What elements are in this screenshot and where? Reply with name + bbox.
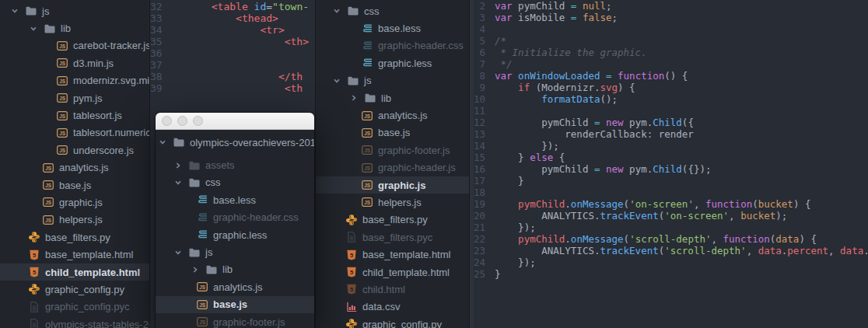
code-text[interactable]: ANALYTICS.trackEvent('scroll-depth', dat… bbox=[495, 245, 868, 256]
chevron-down-icon[interactable] bbox=[9, 5, 20, 16]
tree-file-base.js[interactable]: JSbase.js bbox=[0, 176, 149, 194]
code-line-11[interactable]: 11 bbox=[470, 105, 868, 117]
code-text[interactable]: var onWindowLoaded = function() { bbox=[495, 70, 868, 82]
tree-file-data.csv[interactable]: data.csv bbox=[316, 298, 469, 316]
tree-file-graphic.js[interactable]: JSgraphic.js bbox=[0, 194, 149, 211]
code-line-3[interactable]: 3var isMobile = false; bbox=[470, 12, 868, 23]
code-line-17[interactable]: 17 } bbox=[470, 175, 868, 187]
tree-folder-js[interactable]: js bbox=[0, 2, 149, 19]
code-line-19[interactable]: 19 pymChild.onMessage('on-screen', funct… bbox=[470, 198, 868, 210]
tree-file-analytics.js[interactable]: JSanalytics.js bbox=[156, 278, 314, 295]
tree-folder-lib[interactable]: lib bbox=[316, 89, 469, 106]
code-line-18[interactable]: 18 bbox=[470, 187, 868, 198]
code-text[interactable]: }); bbox=[495, 256, 868, 268]
tree-file-graphic-header.js[interactable]: JSgraphic-header.js bbox=[316, 159, 469, 176]
tree-file-graphic_config.py[interactable]: graphic_config.py bbox=[0, 281, 149, 298]
tree-file-child_template.html[interactable]: 5child_template.html bbox=[316, 263, 469, 281]
code-text[interactable] bbox=[495, 105, 868, 117]
code-text[interactable]: </th bbox=[169, 71, 315, 82]
code-line-37[interactable]: 37 bbox=[150, 59, 315, 71]
code-text[interactable]: * Initialize the graphic. bbox=[495, 47, 868, 58]
code-text[interactable]: <th> bbox=[169, 36, 315, 47]
code-line-16[interactable]: 16 pymChild = new pym.Child({}); bbox=[470, 163, 868, 175]
tree-file-helpers.js[interactable]: JShelpers.js bbox=[0, 211, 149, 229]
code-text[interactable]: if (Modernizr.svg) { bbox=[495, 82, 868, 93]
tree-file-graphic.less[interactable]: graphic.less bbox=[316, 54, 469, 72]
code-line-32[interactable]: 32 <table id="town- bbox=[150, 1, 315, 12]
code-line-9[interactable]: 9 if (Modernizr.svg) { bbox=[470, 82, 868, 93]
chevron-down-icon[interactable] bbox=[157, 137, 168, 148]
tree-folder-assets[interactable]: assets bbox=[156, 156, 314, 173]
tree-file-base_template.html[interactable]: 5base_template.html bbox=[316, 246, 469, 263]
chevron-down-icon[interactable] bbox=[173, 177, 184, 188]
code-text[interactable]: <table id="town- bbox=[169, 1, 315, 12]
tree-file-base_template.html[interactable]: 5base_template.html bbox=[0, 246, 149, 263]
code-line-22[interactable]: 22 pymChild.onMessage('scroll-depth', fu… bbox=[470, 233, 868, 245]
tree-folder-css[interactable]: css bbox=[156, 174, 314, 191]
code-text[interactable] bbox=[169, 47, 315, 59]
code-line-8[interactable]: 8var onWindowLoaded = function() { bbox=[470, 70, 868, 82]
code-text[interactable]: } bbox=[495, 175, 868, 187]
floating-window-file-tree[interactable]: olympics-overachievers-201608assetscssba… bbox=[156, 130, 314, 328]
code-line-36[interactable]: 36 bbox=[150, 47, 315, 59]
code-text[interactable]: <th bbox=[169, 82, 315, 94]
tree-file-pym.js[interactable]: JSpym.js bbox=[0, 89, 149, 106]
tree-file-graphic.js[interactable]: JSgraphic.js bbox=[316, 176, 469, 194]
code-text[interactable] bbox=[169, 59, 315, 71]
tree-file-base_filters.py[interactable]: base_filters.py bbox=[0, 229, 149, 246]
code-text[interactable]: formatData(); bbox=[495, 93, 868, 105]
tree-folder-lib[interactable]: lib bbox=[0, 19, 149, 37]
code-text[interactable]: <thead> bbox=[169, 12, 315, 24]
tree-file-graphic-footer.js[interactable]: JSgraphic-footer.js bbox=[156, 313, 314, 328]
code-line-15[interactable]: 15 } else { bbox=[470, 152, 868, 163]
code-text[interactable]: }); bbox=[495, 222, 868, 233]
tree-file-d3.min.js[interactable]: JSd3.min.js bbox=[0, 54, 149, 72]
code-line-25[interactable]: 25} bbox=[470, 268, 868, 280]
code-line-10[interactable]: 10 formatData(); bbox=[470, 93, 868, 105]
code-line-20[interactable]: 20 ANALYTICS.trackEvent('on-screen', buc… bbox=[470, 210, 868, 222]
code-text[interactable]: var isMobile = false; bbox=[495, 12, 868, 23]
chevron-right-icon[interactable] bbox=[190, 264, 201, 275]
tree-file-helpers.js[interactable]: JShelpers.js bbox=[316, 194, 469, 211]
code-line-24[interactable]: 24 }); bbox=[470, 256, 868, 268]
chevron-down-icon[interactable] bbox=[331, 75, 342, 86]
project-tree-pane[interactable]: cssbase.lessgraphic-header.cssgraphic.le… bbox=[315, 0, 469, 328]
code-text[interactable]: ANALYTICS.trackEvent('on-screen', bucket… bbox=[495, 210, 868, 222]
code-line-23[interactable]: 23 ANALYTICS.trackEvent('scroll-depth', … bbox=[470, 245, 868, 256]
tree-file-graphic.less[interactable]: graphic.less bbox=[156, 226, 314, 243]
chevron-down-icon[interactable] bbox=[173, 247, 184, 258]
code-line-4[interactable]: 4 bbox=[470, 23, 868, 35]
code-text[interactable]: pymChild.onMessage('on-screen', function… bbox=[495, 198, 868, 210]
tree-file-base.less[interactable]: base.less bbox=[156, 191, 314, 208]
tree-file-modernizr.svg.min.js[interactable]: JSmodernizr.svg.min.js bbox=[0, 72, 149, 89]
code-text[interactable] bbox=[495, 23, 868, 35]
code-text[interactable]: pymChild = new pym.Child({ bbox=[495, 117, 868, 128]
zoom-button-icon[interactable] bbox=[193, 116, 203, 126]
tree-file-base.less[interactable]: base.less bbox=[316, 19, 469, 37]
tree-file-base.js[interactable]: JSbase.js bbox=[316, 124, 469, 141]
tree-folder-js[interactable]: js bbox=[316, 72, 469, 89]
tree-file-graphic-footer.js[interactable]: JSgraphic-footer.js bbox=[316, 141, 469, 159]
code-text[interactable]: <tr> bbox=[169, 24, 315, 36]
code-line-34[interactable]: 34 <tr> bbox=[150, 24, 315, 36]
tree-folder-lib[interactable]: lib bbox=[156, 261, 314, 278]
code-text[interactable]: pymChild.onMessage('scroll-depth', funct… bbox=[495, 233, 868, 245]
tree-file-tablesort.js[interactable]: JStablesort.js bbox=[0, 106, 149, 124]
code-text[interactable]: }); bbox=[495, 140, 868, 152]
tree-file-child_template.html[interactable]: 5child_template.html bbox=[0, 263, 149, 281]
tree-file-olympics-stats-tables-2016[interactable]: olympics-stats-tables-2016 bbox=[0, 316, 149, 328]
code-text[interactable]: */ bbox=[495, 58, 868, 70]
tree-folder-js[interactable]: js bbox=[156, 243, 314, 260]
tree-file-tablesort.numeric.js[interactable]: JStablesort.numeric.js bbox=[0, 124, 149, 141]
code-text[interactable] bbox=[495, 187, 868, 198]
code-line-5[interactable]: 5/* bbox=[470, 35, 868, 47]
window-titlebar[interactable] bbox=[156, 113, 314, 130]
code-line-38[interactable]: 38 </th bbox=[150, 71, 315, 82]
chevron-down-icon[interactable] bbox=[331, 5, 342, 16]
code-text[interactable]: var pymChild = null; bbox=[495, 0, 868, 12]
code-line-2[interactable]: 2var pymChild = null; bbox=[470, 0, 868, 12]
floating-project-window[interactable]: olympics-overachievers-201608assetscssba… bbox=[156, 113, 314, 328]
code-text[interactable]: } else { bbox=[495, 152, 868, 163]
code-text[interactable]: /* bbox=[495, 35, 868, 47]
tree-folder-olympics-overachievers-201608[interactable]: olympics-overachievers-201608 bbox=[156, 134, 314, 151]
